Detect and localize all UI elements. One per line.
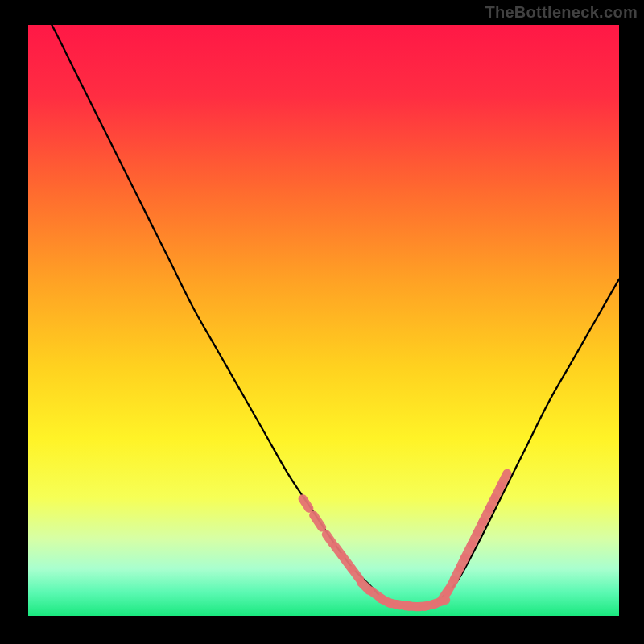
svg-line-2 <box>326 535 332 543</box>
plot-frame <box>28 25 619 616</box>
svg-line-5 <box>353 570 359 579</box>
bottleneck-curve <box>28 25 619 607</box>
left-plateau-dots <box>303 499 411 606</box>
chart-stage: TheBottleneck.com <box>0 0 644 644</box>
svg-line-1 <box>314 515 322 527</box>
curve-layer <box>28 25 619 616</box>
watermark-text: TheBottleneck.com <box>485 3 638 22</box>
svg-line-0 <box>303 499 309 509</box>
svg-line-26 <box>501 473 507 486</box>
right-rise-dots <box>442 473 507 600</box>
